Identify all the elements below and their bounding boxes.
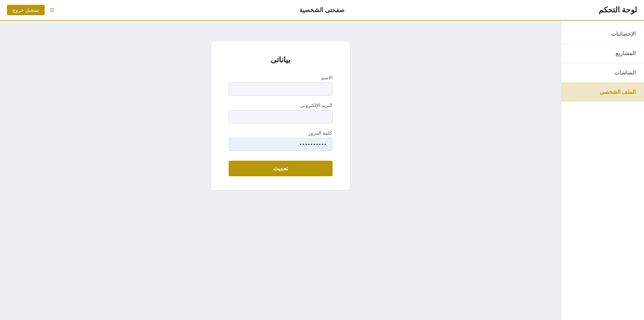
email-field-group: البريد الإلكترونى — [229, 103, 333, 123]
sidebar-item-projects[interactable]: المشاريع — [561, 44, 644, 63]
layout: الإحصائيات المشاريع الشاشات الملف الشخصى… — [0, 21, 644, 320]
header-title: لوحة التحكم — [599, 6, 637, 15]
sidebar-item-statistics[interactable]: الإحصائيات — [561, 24, 644, 44]
profile-card: بياناتى الاسم البريد الإلكترونى كلمة الم… — [211, 42, 350, 190]
sidebar-item-profile[interactable]: الملف الشخصى — [561, 82, 644, 102]
password-input[interactable] — [229, 138, 333, 151]
update-button[interactable]: تحديث — [229, 161, 333, 176]
password-label: كلمة المرور — [229, 130, 333, 136]
email-input[interactable] — [229, 110, 333, 123]
card-title: بياناتى — [229, 55, 333, 64]
header-left: ≡ تسجيل خروج — [7, 5, 54, 15]
email-label: البريد الإلكترونى — [229, 103, 333, 108]
hamburger-icon[interactable]: ≡ — [50, 6, 54, 15]
header-right: لوحة التحكم — [599, 6, 637, 15]
header-page-title: صفحتى الشخصية — [299, 6, 344, 14]
sidebar: الإحصائيات المشاريع الشاشات الملف الشخصى — [561, 21, 644, 320]
name-label: الاسم — [229, 75, 333, 80]
password-field-group: كلمة المرور — [229, 130, 333, 151]
sidebar-item-screens[interactable]: الشاشات — [561, 63, 644, 82]
name-field-group: الاسم — [229, 75, 333, 96]
name-input[interactable] — [229, 82, 333, 96]
logout-button[interactable]: تسجيل خروج — [7, 5, 45, 15]
main-content: بياناتى الاسم البريد الإلكترونى كلمة الم… — [0, 21, 561, 320]
header: لوحة التحكم صفحتى الشخصية ≡ تسجيل خروج — [0, 0, 644, 21]
